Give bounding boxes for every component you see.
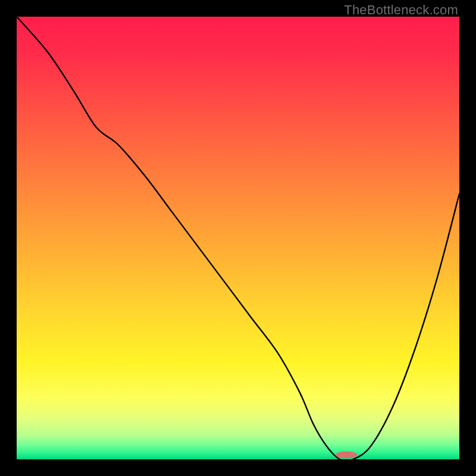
chart-frame — [17, 17, 459, 459]
bottleneck-chart — [17, 17, 459, 459]
watermark-text: TheBottleneck.com — [344, 2, 458, 18]
optimal-marker — [336, 452, 357, 459]
gradient-background — [17, 17, 459, 459]
